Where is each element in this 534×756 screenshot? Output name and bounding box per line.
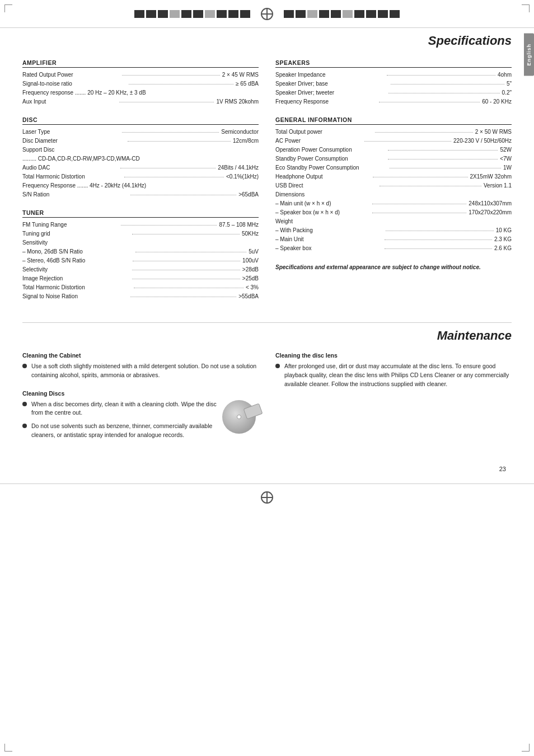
spec-label: Aux Input	[22, 97, 117, 106]
spec-row: Frequency Response 60 - 20 KHz	[275, 97, 512, 106]
cleaning-cabinet-group: Cleaning the Cabinet Use a soft cloth sl…	[22, 352, 259, 380]
spec-value: 248x110x307mm	[469, 199, 512, 208]
spec-dots	[124, 177, 224, 177]
spec-row: Signal-to-noise ratio ≥ 65 dBA	[22, 79, 259, 88]
spec-row: ......... CD-DA,CD-R,CD-RW,MP3-CD,WMA-CD	[22, 154, 259, 163]
spec-label: – Mono, 26dB S/N Ratio	[22, 247, 133, 256]
specifications-note: Specifications and external appearance a…	[275, 263, 512, 271]
spec-dots	[380, 186, 481, 186]
corner-mark-tr	[522, 4, 530, 12]
bar-seg-r6	[343, 10, 353, 18]
spec-row: Tuning grid 50KHz	[22, 229, 259, 238]
cleaning-lens-point-1: After prolonged use, dirt or dust may ac…	[275, 362, 512, 388]
bar-seg-r2	[296, 10, 306, 18]
spec-dots	[386, 231, 494, 231]
bar-seg-8	[217, 10, 227, 18]
spec-dots	[129, 84, 233, 84]
bullet-icon	[22, 424, 27, 428]
spec-dots	[385, 240, 491, 240]
spec-dots	[119, 102, 214, 102]
spec-label: Total Harmonic Distortion	[22, 172, 122, 181]
bar-seg-r7	[354, 10, 364, 18]
spec-dots	[388, 150, 498, 151]
spec-dots	[132, 279, 240, 279]
spec-value: 2.3 KG	[494, 235, 512, 244]
spec-row: Speaker Driver; base 5"	[275, 79, 512, 88]
spec-value: 24Bits / 44.1kHz	[218, 163, 259, 172]
spec-value: Version 1.1	[484, 181, 512, 190]
spec-label: S/N Ration	[22, 190, 128, 199]
spec-value: 100uV	[242, 256, 259, 265]
spec-value: 0.2"	[502, 88, 512, 97]
spec-value: 87.5 – 108 MHz	[219, 220, 259, 229]
spec-dots	[128, 141, 231, 142]
spec-row: Aux Input 1V RMS 20kohm	[22, 97, 259, 106]
speakers-group: SPEAKERS Speaker Impedance 4ohm Speaker …	[275, 59, 512, 106]
spec-row: Rated Output Power 2 × 45 W RMS	[22, 71, 259, 79]
bar-seg-r5	[331, 10, 341, 18]
spec-dots	[375, 132, 472, 133]
spec-label: AC Power	[275, 137, 362, 145]
spec-row: Frequency Response ....... 4Hz - 20kHz (…	[22, 181, 259, 190]
bar-seg-r10	[390, 10, 400, 18]
spec-dots	[372, 204, 467, 204]
bar-seg-5	[181, 10, 191, 18]
spec-dots	[132, 270, 240, 270]
maintenance-right-column: Cleaning the disc lens After prolonged u…	[275, 352, 512, 454]
corner-mark-bl	[4, 744, 12, 752]
specifications-title: Specifications	[22, 34, 512, 48]
spec-label: Operation Power Consumption	[275, 145, 386, 154]
spec-row: Dimensions	[275, 190, 512, 199]
spec-label: Laser Type	[22, 128, 120, 137]
specs-left-column: AMPLIFIER Rated Output Power 2 × 45 W RM…	[22, 59, 259, 311]
spec-row: – With Packing 10 KG	[275, 226, 512, 235]
tuner-group: TUNER FM Tuning Range 87.5 – 108 MHz Tun…	[22, 209, 259, 301]
spec-value: < 3%	[246, 283, 259, 292]
spec-dots	[373, 177, 468, 177]
spec-dots	[120, 168, 216, 168]
spec-value: 52W	[500, 145, 512, 154]
spec-label: Headphone Output	[275, 172, 371, 181]
spec-dots	[372, 213, 467, 213]
spec-label: – Speaker box	[275, 244, 382, 253]
specs-right-column: SPEAKERS Speaker Impedance 4ohm Speaker …	[275, 59, 512, 311]
spec-label: – Stereo, 46dB S/N Ratio	[22, 256, 130, 265]
spec-value: 2 × 45 W RMS	[222, 71, 259, 79]
general-info-title: GENERAL INFORMATION	[275, 116, 512, 125]
amplifier-group: AMPLIFIER Rated Output Power 2 × 45 W RM…	[22, 59, 259, 106]
spec-value: 12cm/8cm	[233, 137, 259, 145]
spec-row: Audio DAC 24Bits / 44.1kHz	[22, 163, 259, 172]
disc-illustration	[222, 400, 259, 436]
spec-row: Operation Power Consumption 52W	[275, 145, 512, 154]
bar-seg-r4	[319, 10, 329, 18]
bar-seg-10	[240, 10, 250, 18]
spec-label: Image Rejection	[22, 274, 130, 283]
crosshair-icon	[261, 8, 273, 20]
spec-label: – Main unit (w × h × d)	[275, 199, 370, 208]
spec-dots	[122, 132, 219, 133]
corner-mark-br	[522, 744, 530, 752]
spec-value: Semiconductor	[221, 128, 259, 137]
bar-seg-4	[170, 10, 180, 18]
specifications-header: Specifications	[22, 34, 512, 50]
spec-row: – Speaker box (w × h × d) 170x270x220mm	[275, 208, 512, 217]
spec-label: Speaker Driver; tweeter	[275, 88, 386, 97]
spec-label: Rated Output Power	[22, 71, 120, 79]
spec-dots	[364, 141, 451, 142]
bar-seg-r3	[307, 10, 317, 18]
spec-label: Total Output power	[275, 128, 373, 137]
spec-value: 1W	[503, 163, 512, 172]
bar-seg-1	[134, 10, 144, 18]
spec-label: Speaker Driver; base	[275, 79, 388, 88]
page-content: Specifications AMPLIFIER Rated Output Po…	[0, 28, 534, 483]
spec-value: 50KHz	[242, 229, 259, 238]
cleaning-cabinet-text: Use a soft cloth slightly moistened with…	[31, 362, 259, 380]
spec-row: Eco Standby Power Consumption 1W	[275, 163, 512, 172]
general-info-group: GENERAL INFORMATION Total Output power 2…	[275, 116, 512, 253]
spec-row: Total Output power 2 × 50 W RMS	[275, 128, 512, 137]
top-bar-center-crosshair	[250, 8, 284, 20]
cleaning-discs-text-2: Do not use solvents such as benzene, thi…	[31, 422, 217, 440]
tuner-title: TUNER	[22, 209, 259, 218]
bar-seg-7	[205, 10, 215, 18]
bar-seg-r1	[284, 10, 294, 18]
